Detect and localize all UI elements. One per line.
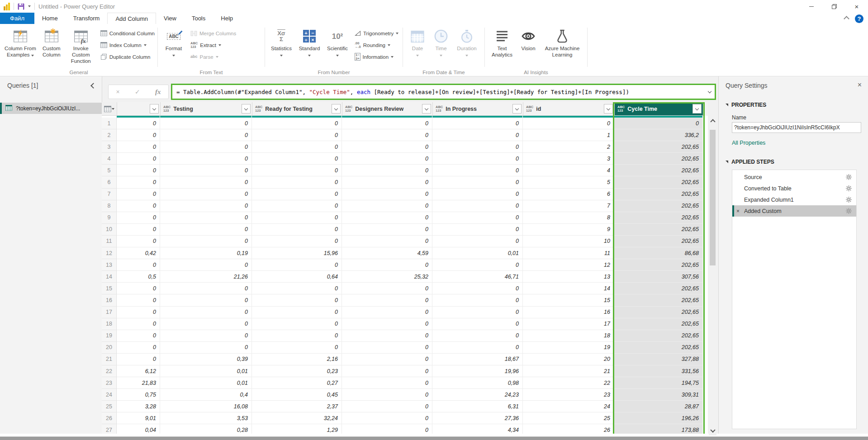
cell[interactable]: 0: [117, 236, 160, 247]
cell[interactable]: 0,04: [117, 424, 160, 434]
row-number[interactable]: 16: [102, 294, 117, 306]
cell[interactable]: 0: [117, 330, 160, 342]
formula-bar[interactable]: = Table.AddColumn(#"Expanded Column1", "…: [171, 84, 716, 100]
cell[interactable]: 0: [117, 129, 160, 141]
index-column-button[interactable]: Index Column: [100, 40, 155, 50]
cell[interactable]: 22: [523, 377, 614, 389]
row-number[interactable]: 18: [102, 318, 117, 330]
cell[interactable]: 0: [117, 294, 160, 306]
cell[interactable]: 0: [160, 259, 252, 271]
column-header-blank[interactable]: [117, 102, 161, 116]
cell[interactable]: 0: [432, 153, 523, 165]
cell[interactable]: 0: [252, 189, 342, 200]
custom-column-button[interactable]: Custom Column: [39, 27, 64, 58]
cell[interactable]: 19: [523, 342, 614, 354]
row-number[interactable]: 26: [102, 412, 117, 424]
cell[interactable]: 202,65: [614, 141, 703, 153]
row-number[interactable]: 11: [102, 236, 117, 247]
cell[interactable]: 0: [342, 377, 432, 389]
cell[interactable]: 0: [117, 141, 160, 153]
cell[interactable]: 7: [523, 200, 614, 212]
cell[interactable]: 0: [432, 165, 523, 176]
cell[interactable]: 0: [342, 307, 432, 318]
cell[interactable]: 194,75: [614, 377, 703, 389]
cell[interactable]: 0: [117, 283, 160, 294]
cell[interactable]: 0: [432, 141, 523, 153]
cell[interactable]: 202,65: [614, 283, 703, 294]
cell[interactable]: 0: [432, 294, 523, 306]
row-number[interactable]: 10: [102, 224, 117, 236]
filter-button[interactable]: [332, 104, 341, 114]
duplicate-column-button[interactable]: Duplicate Column: [100, 52, 155, 62]
cell[interactable]: 0: [614, 118, 703, 129]
row-number[interactable]: 27: [102, 424, 117, 434]
row-number[interactable]: 4: [102, 153, 117, 165]
row-number[interactable]: 6: [102, 176, 117, 188]
cell[interactable]: 0: [252, 259, 342, 271]
cell[interactable]: 307,56: [614, 271, 703, 283]
information-button[interactable]: 1−3+ Information: [355, 52, 398, 62]
cell[interactable]: 0,64: [252, 271, 342, 283]
cell[interactable]: 21,26: [160, 271, 252, 283]
vision-button[interactable]: Vision: [518, 27, 539, 52]
cell[interactable]: 202,65: [614, 189, 703, 200]
cell[interactable]: 0,28: [160, 424, 252, 434]
scroll-up-icon[interactable]: [710, 119, 715, 124]
column-header-designers-review[interactable]: ABC123Designers Review: [342, 102, 433, 116]
expand-formula-icon[interactable]: [708, 90, 711, 93]
cell[interactable]: 0: [117, 212, 160, 224]
cell[interactable]: 0: [342, 412, 432, 424]
cell[interactable]: 14: [523, 283, 614, 294]
cell[interactable]: 0: [160, 318, 252, 330]
cell[interactable]: 0: [160, 200, 252, 212]
step-settings-gear-icon[interactable]: [846, 208, 852, 214]
vertical-scrollbar[interactable]: [709, 116, 716, 435]
step-settings-gear-icon[interactable]: [846, 174, 852, 180]
cell[interactable]: 202,65: [614, 342, 703, 354]
cell[interactable]: 0,19: [160, 247, 252, 259]
query-name-input[interactable]: [732, 122, 861, 133]
cell[interactable]: 0: [342, 129, 432, 141]
extract-button[interactable]: ABC123 Extract: [190, 40, 236, 50]
cell[interactable]: 2: [523, 141, 614, 153]
cell[interactable]: 327,88: [614, 354, 703, 365]
cell[interactable]: 0: [160, 224, 252, 236]
applied-step-source[interactable]: Source: [732, 171, 856, 183]
parse-button[interactable]: abc Parse: [190, 52, 236, 62]
row-number[interactable]: 25: [102, 401, 117, 412]
step-settings-gear-icon[interactable]: [846, 197, 852, 203]
cell[interactable]: 26: [523, 424, 614, 434]
collapse-ribbon-icon[interactable]: [844, 16, 849, 22]
cell[interactable]: 0: [252, 283, 342, 294]
filter-button[interactable]: [422, 104, 431, 114]
cell[interactable]: 0: [117, 224, 160, 236]
cell[interactable]: 0: [342, 342, 432, 354]
azure-machine-learning-button[interactable]: Azure Machine Learning: [541, 27, 583, 58]
cell[interactable]: 0: [160, 189, 252, 200]
step-settings-gear-icon[interactable]: [846, 185, 852, 191]
cell[interactable]: 0: [342, 424, 432, 434]
cell[interactable]: 15,96: [252, 247, 342, 259]
cell[interactable]: 0: [432, 236, 523, 247]
cell[interactable]: 0: [432, 212, 523, 224]
row-number[interactable]: 17: [102, 307, 117, 318]
cell[interactable]: 202,65: [614, 224, 703, 236]
cell[interactable]: 173,88: [614, 424, 703, 434]
cell[interactable]: 0: [160, 342, 252, 354]
cell[interactable]: 0: [160, 165, 252, 176]
cell[interactable]: 0: [342, 294, 432, 306]
row-number[interactable]: 13: [102, 259, 117, 271]
cell[interactable]: 11: [523, 247, 614, 259]
cell[interactable]: 0,42: [117, 247, 160, 259]
cell[interactable]: 0,4: [160, 389, 252, 401]
trigonometry-button[interactable]: Trigonometry: [355, 28, 398, 38]
save-icon[interactable]: [18, 3, 24, 10]
cell[interactable]: 0: [160, 294, 252, 306]
cell[interactable]: 0: [432, 318, 523, 330]
cell[interactable]: 4,59: [342, 247, 432, 259]
cell[interactable]: 17: [523, 318, 614, 330]
cell[interactable]: 28,87: [614, 401, 703, 412]
cell[interactable]: 0: [160, 212, 252, 224]
row-number[interactable]: 22: [102, 365, 117, 377]
cell[interactable]: 0: [117, 153, 160, 165]
